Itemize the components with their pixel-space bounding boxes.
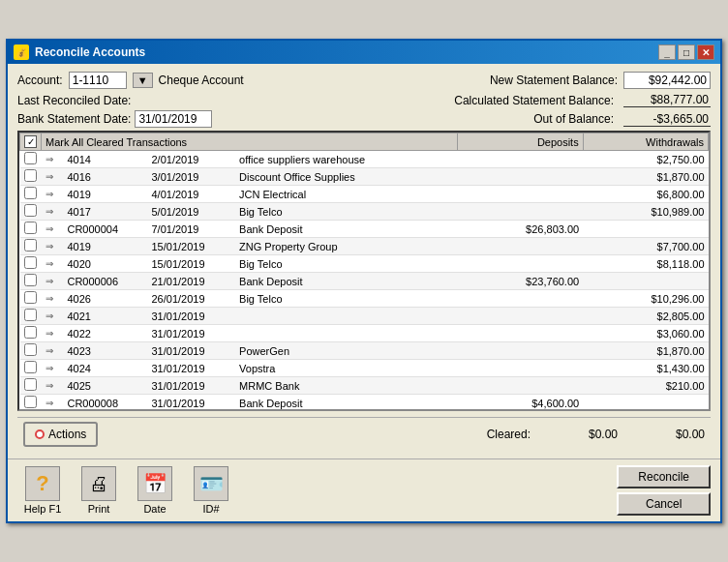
row-checkbox[interactable] [24,152,37,164]
row-checkbox[interactable] [24,169,37,182]
select-all-header[interactable]: ✓ [20,133,42,151]
id-label: ID# [202,503,219,515]
row-withdrawals: $1,870.00 [583,168,708,186]
row-checkbox-cell[interactable] [20,325,42,342]
row-checkbox[interactable] [24,274,37,286]
table-body: ⇒40142/01/2019office suppliers warehouse… [20,151,709,412]
row-checkbox-cell[interactable] [20,221,42,238]
row-withdrawals: $10,989.00 [583,203,708,221]
new-balance-group: New Statement Balance: [490,72,711,89]
row-checkbox-cell[interactable] [20,395,42,412]
row-withdrawals: $1,870.00 [583,342,708,360]
row-arrow: ⇒ [42,308,64,325]
row-description: Big Telco [235,203,458,221]
row-checkbox[interactable] [24,256,37,269]
account-row: Account: ▼ Cheque Account New Statement … [17,72,711,89]
help-icon: ? [25,466,60,501]
date-button[interactable]: 📅 Date [130,466,180,515]
row-withdrawals: $3,060.00 [583,325,708,342]
row-checkbox-cell[interactable] [20,203,42,221]
row-description: office suppliers warehouse [235,151,458,168]
calculated-balance-group: Calculated Statement Balance: $88,777.00 [454,93,711,107]
date-label: Date [143,503,166,515]
bank-statement-label: Bank Statement Date: [17,112,131,126]
minimize-button[interactable]: _ [658,44,676,60]
row-checkbox[interactable] [24,378,37,391]
row-checkbox[interactable] [24,204,37,217]
print-button[interactable]: 🖨 Print [74,466,124,515]
row-date: 21/01/2019 [148,273,236,290]
new-statement-input[interactable] [623,72,711,89]
actions-label: Actions [48,428,86,441]
row-arrow: ⇒ [42,325,64,342]
table-row: ⇒402231/01/2019$3,060.00 [20,325,709,342]
row-description: Big Telco [235,290,458,308]
row-checkbox-cell[interactable] [20,377,42,395]
transactions-table-container[interactable]: ✓ Mark All Cleared Transactions Deposits… [17,131,711,411]
row-checkbox-cell[interactable] [20,151,42,168]
row-withdrawals [583,395,708,412]
row-description: PowerGen [235,342,458,360]
table-row: ⇒401915/01/2019ZNG Property Group$7,700.… [20,238,709,255]
row-checkbox[interactable] [24,239,37,251]
row-checkbox-cell[interactable] [20,168,42,186]
row-checkbox[interactable] [24,343,37,356]
row-date: 4/01/2019 [148,186,236,203]
row-date: 7/01/2019 [148,221,236,238]
row-arrow: ⇒ [42,273,64,290]
row-checkbox[interactable] [24,361,37,373]
row-checkbox[interactable] [24,222,37,234]
cleared-deposits-value: $0.00 [540,428,618,441]
row-deposits [458,308,583,325]
help-label: Help F1 [24,503,62,515]
row-checkbox-cell[interactable] [20,290,42,308]
row-description: ZNG Property Group [235,238,458,255]
print-label: Print [88,503,110,515]
action-buttons: Reconcile Cancel [617,465,711,516]
new-statement-label: New Statement Balance: [490,74,618,87]
row-ref: 4023 [63,342,147,360]
row-date: 31/01/2019 [148,395,236,412]
table-row: ⇒402626/01/2019Big Telco$10,296.00 [20,290,709,308]
row-date: 3/01/2019 [148,168,236,186]
row-checkbox-cell[interactable] [20,273,42,290]
row-checkbox-cell[interactable] [20,360,42,377]
row-checkbox-cell[interactable] [20,238,42,255]
reconcile-button[interactable]: Reconcile [617,465,711,488]
row-checkbox[interactable] [24,309,37,321]
select-all-checkbox[interactable]: ✓ [24,135,37,148]
row-withdrawals: $1,430.00 [583,360,708,377]
row-ref: 4020 [63,255,147,273]
close-button[interactable]: ✕ [697,44,714,60]
row-description: MRMC Bank [235,377,458,395]
bank-date-input[interactable] [135,110,212,128]
account-type: Cheque Account [159,74,244,87]
cancel-button[interactable]: Cancel [617,492,711,516]
row-ref: 4021 [63,308,147,325]
account-type-button[interactable]: ▼ [133,73,153,88]
row-checkbox-cell[interactable] [20,342,42,360]
row-checkbox[interactable] [24,396,37,408]
row-checkbox[interactable] [24,326,37,339]
row-arrow: ⇒ [42,255,64,273]
maximize-button[interactable]: □ [678,44,695,60]
row-arrow: ⇒ [42,395,64,412]
id-button[interactable]: 🪪 ID# [186,466,236,515]
actions-button[interactable]: Actions [23,422,98,447]
row-arrow: ⇒ [42,221,64,238]
row-checkbox-cell[interactable] [20,186,42,203]
row-checkbox-cell[interactable] [20,308,42,325]
row-deposits [458,203,583,221]
row-deposits: $23,760.00 [458,273,583,290]
footer-bar: Actions Cleared: $0.00 $0.00 [17,417,711,451]
row-ref: CR000006 [63,273,147,290]
row-checkbox-cell[interactable] [20,255,42,273]
account-input[interactable] [69,72,127,89]
table-row: ⇒CR00000621/01/2019Bank Deposit$23,760.0… [20,273,709,290]
row-deposits [458,325,583,342]
row-ref: 4025 [63,377,147,395]
row-checkbox[interactable] [24,187,37,199]
row-checkbox[interactable] [24,291,37,304]
row-ref: 4026 [63,290,147,308]
help-button[interactable]: ? Help F1 [17,466,68,515]
